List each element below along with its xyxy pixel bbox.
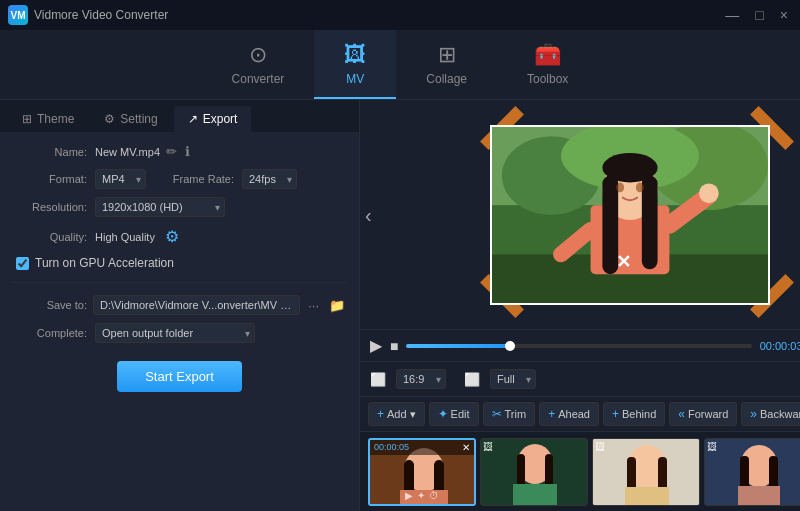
- quality-row: Quality: High Quality ⚙: [12, 225, 347, 248]
- name-label: Name:: [12, 146, 87, 158]
- theme-icon: ⊞: [22, 112, 32, 126]
- ratio-select-wrapper: 16:9 4:3 1:1: [396, 369, 446, 389]
- svg-rect-26: [513, 484, 557, 506]
- playback-bar: ▶ ■ 00:00:03.23/00:00:20.00 🔊: [360, 329, 800, 361]
- framerate-select-wrapper: 24fps: [242, 169, 297, 189]
- stop-button[interactable]: ■: [390, 338, 398, 354]
- start-export-left-button[interactable]: Start Export: [117, 361, 242, 392]
- thumb-1-time: 00:00:05: [374, 442, 409, 452]
- ratio-bar: ⬜ 16:9 4:3 1:1 ⬜ Full Fit Start Export: [360, 361, 800, 396]
- behind-label: Behind: [622, 408, 656, 420]
- tab-mv-label: MV: [346, 72, 364, 86]
- edit-label: Edit: [451, 408, 470, 420]
- app-logo: VM: [8, 5, 28, 25]
- format-select[interactable]: MP4: [95, 169, 146, 189]
- subtab-setting[interactable]: ⚙ Setting: [90, 106, 171, 132]
- gpu-label: Turn on GPU Acceleration: [35, 256, 174, 270]
- resolution-select-wrapper: 1920x1080 (HD): [95, 197, 225, 217]
- size-select[interactable]: Full Fit: [490, 369, 536, 389]
- add-chevron: ▾: [410, 408, 416, 421]
- tab-converter[interactable]: ⊙ Converter: [202, 30, 315, 99]
- play-ctrl-icon[interactable]: ▶: [405, 490, 413, 501]
- browse-button[interactable]: ···: [306, 296, 321, 315]
- right-panel: ‹: [360, 100, 800, 511]
- complete-label: Complete:: [12, 327, 87, 339]
- backward-icon: »: [750, 407, 757, 421]
- add-button[interactable]: + Add ▾: [368, 402, 425, 426]
- forward-icon: «: [678, 407, 685, 421]
- name-value: New MV.mp4: [95, 146, 160, 158]
- ahead-label: Ahead: [558, 408, 590, 420]
- complete-select[interactable]: Open output folder: [95, 323, 255, 343]
- preview-image: ✕: [490, 125, 770, 305]
- maximize-button[interactable]: □: [751, 7, 767, 23]
- clock-ctrl-icon[interactable]: ⏱: [429, 490, 439, 501]
- tab-collage[interactable]: ⊞ Collage: [396, 30, 497, 99]
- save-row: Save to: D:\Vidmore\Vidmore V...onverter…: [12, 295, 347, 315]
- size-select-wrapper: Full Fit: [490, 369, 536, 389]
- add-icon: +: [377, 407, 384, 421]
- star-ctrl-icon[interactable]: ✦: [417, 490, 425, 501]
- thumb-3-icon: 🖼: [595, 441, 605, 452]
- subtab-setting-label: Setting: [120, 112, 157, 126]
- time-display: 00:00:03.23/00:00:20.00: [760, 340, 800, 352]
- resolution-row: Resolution: 1920x1080 (HD): [12, 197, 347, 217]
- svg-rect-10: [642, 176, 658, 270]
- info-button[interactable]: ℹ: [183, 142, 192, 161]
- forward-label: Forward: [688, 408, 728, 420]
- behind-button[interactable]: + Behind: [603, 402, 665, 426]
- trim-button[interactable]: ✂ Trim: [483, 402, 536, 426]
- subtab-theme-label: Theme: [37, 112, 74, 126]
- filmstrip-thumb-1[interactable]: 00:00:05 ✕ ▶ ✦ ⏱: [368, 438, 476, 506]
- aspect-icon: ⬜: [370, 372, 386, 387]
- export-icon: ↗: [188, 112, 198, 126]
- framerate-select[interactable]: 24fps: [242, 169, 297, 189]
- window-controls: — □ ×: [721, 7, 792, 23]
- backward-button[interactable]: » Backward: [741, 402, 800, 426]
- settings-area: Name: New MV.mp4 ✏ ℹ Format: MP4 Frame R…: [0, 132, 359, 511]
- filmstrip-thumb-2[interactable]: 🖼: [480, 438, 588, 506]
- prev-arrow[interactable]: ‹: [365, 203, 372, 226]
- svg-point-12: [616, 182, 624, 192]
- tab-toolbox-label: Toolbox: [527, 72, 568, 86]
- filmstrip-thumb-4[interactable]: 🖼: [704, 438, 800, 506]
- tab-toolbox[interactable]: 🧰 Toolbox: [497, 30, 598, 99]
- quality-gear-button[interactable]: ⚙: [163, 225, 181, 248]
- tab-mv[interactable]: 🖼 MV: [314, 30, 396, 99]
- minimize-button[interactable]: —: [721, 7, 743, 23]
- complete-select-wrapper: Open output folder: [95, 323, 255, 343]
- ahead-button[interactable]: + Ahead: [539, 402, 599, 426]
- resolution-select[interactable]: 1920x1080 (HD): [95, 197, 225, 217]
- close-button[interactable]: ×: [776, 7, 792, 23]
- filmstrip-thumb-3[interactable]: 🖼: [592, 438, 700, 506]
- add-label: Add: [387, 408, 407, 420]
- edit-name-button[interactable]: ✏: [164, 142, 179, 161]
- progress-bar[interactable]: [406, 344, 751, 348]
- divider-1: [12, 282, 347, 283]
- play-button[interactable]: ▶: [370, 336, 382, 355]
- left-panel: ⊞ Theme ⚙ Setting ↗ Export Name: New MV.…: [0, 100, 360, 511]
- sub-tabs: ⊞ Theme ⚙ Setting ↗ Export: [0, 100, 359, 132]
- export-btn-container: Start Export: [12, 361, 347, 392]
- preview-frame: ✕: [482, 117, 792, 312]
- gpu-checkbox[interactable]: [16, 257, 29, 270]
- quality-label: Quality:: [12, 231, 87, 243]
- size-icon: ⬜: [464, 372, 480, 387]
- preview-area: ‹: [360, 100, 800, 329]
- folder-button[interactable]: 📁: [327, 296, 347, 315]
- thumb-4-icon: 🖼: [707, 441, 717, 452]
- forward-button[interactable]: « Forward: [669, 402, 737, 426]
- format-row: Format: MP4 Frame Rate: 24fps: [12, 169, 347, 189]
- titlebar: VM Vidmore Video Converter — □ ×: [0, 0, 800, 30]
- ahead-icon: +: [548, 407, 555, 421]
- subtab-theme[interactable]: ⊞ Theme: [8, 106, 88, 132]
- behind-icon: +: [612, 407, 619, 421]
- thumb-1-close[interactable]: ✕: [462, 442, 470, 453]
- edit-button[interactable]: ✦ Edit: [429, 402, 479, 426]
- subtab-export[interactable]: ↗ Export: [174, 106, 252, 132]
- ratio-select[interactable]: 16:9 4:3 1:1: [396, 369, 446, 389]
- titlebar-left: VM Vidmore Video Converter: [8, 5, 168, 25]
- trim-label: Trim: [505, 408, 527, 420]
- trim-icon: ✂: [492, 407, 502, 421]
- timeline-toolbar: + Add ▾ ✦ Edit ✂ Trim + Ahead + Behind «: [360, 396, 800, 431]
